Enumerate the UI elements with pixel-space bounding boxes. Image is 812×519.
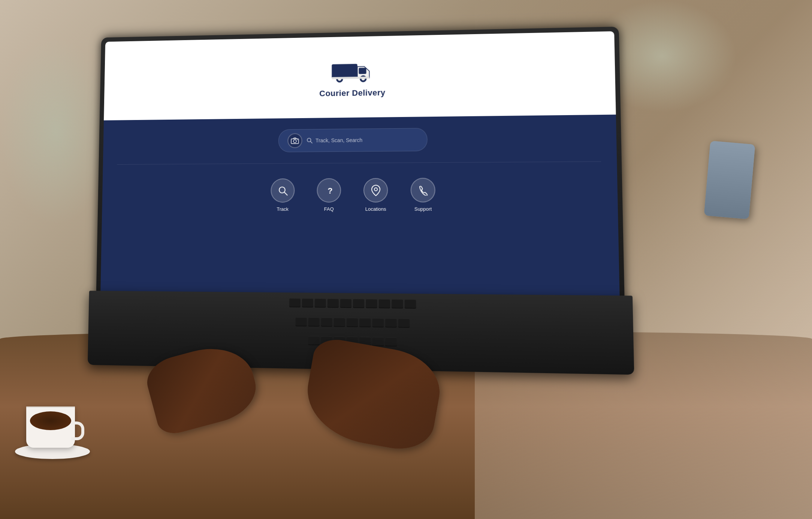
phone-device xyxy=(704,141,755,219)
support-label: Support xyxy=(414,206,432,212)
search-placeholder: Track, Scan, Search xyxy=(316,137,362,144)
support-phone-icon xyxy=(417,185,428,195)
coffee-cup-area xyxy=(11,376,94,459)
camera-icon xyxy=(291,137,299,144)
svg-point-15 xyxy=(374,188,377,190)
locations-pin-icon xyxy=(370,184,381,196)
svg-line-13 xyxy=(284,192,287,195)
nav-item-faq[interactable]: ? FAQ xyxy=(317,178,341,212)
locations-icon-circle[interactable] xyxy=(363,178,388,202)
search-icon xyxy=(307,138,313,144)
svg-rect-1 xyxy=(359,68,366,74)
truck-icon xyxy=(330,56,375,86)
faq-icon-circle[interactable]: ? xyxy=(317,178,341,202)
left-hand xyxy=(142,338,263,438)
app-screen: Courier Delivery xyxy=(100,31,620,298)
nav-icons: Track ? FAQ xyxy=(116,177,602,212)
track-icon-circle[interactable] xyxy=(271,178,295,203)
cup-handle xyxy=(71,422,84,440)
screen-bezel: Courier Delivery xyxy=(100,31,620,298)
nav-item-track[interactable]: Track xyxy=(271,178,295,212)
locations-label: Locations xyxy=(365,206,386,212)
svg-point-9 xyxy=(297,140,298,140)
coffee-liquid xyxy=(30,411,71,430)
svg-rect-0 xyxy=(332,64,357,78)
search-bar[interactable]: Track, Scan, Search xyxy=(278,128,428,152)
faq-label: FAQ xyxy=(324,206,334,212)
right-hand xyxy=(300,336,446,455)
coffee-cup xyxy=(26,406,75,448)
track-search-icon xyxy=(278,185,288,196)
nav-item-locations[interactable]: Locations xyxy=(363,178,388,212)
laptop-lid: Courier Delivery xyxy=(96,27,624,303)
divider xyxy=(117,161,601,165)
app-main: Track, Scan, Search xyxy=(100,115,620,299)
track-label: Track xyxy=(277,206,289,212)
app-header: Courier Delivery xyxy=(104,31,616,120)
hands-area xyxy=(131,294,468,444)
camera-icon-wrap[interactable] xyxy=(287,133,302,148)
svg-text:?: ? xyxy=(327,186,332,195)
nav-item-support[interactable]: Support xyxy=(411,178,435,212)
svg-line-11 xyxy=(311,141,312,143)
support-icon-circle[interactable] xyxy=(411,178,435,202)
svg-point-8 xyxy=(293,140,296,143)
app-title: Courier Delivery xyxy=(319,88,385,98)
faq-question-icon: ? xyxy=(324,185,334,196)
search-input-area[interactable]: Track, Scan, Search xyxy=(307,136,418,143)
